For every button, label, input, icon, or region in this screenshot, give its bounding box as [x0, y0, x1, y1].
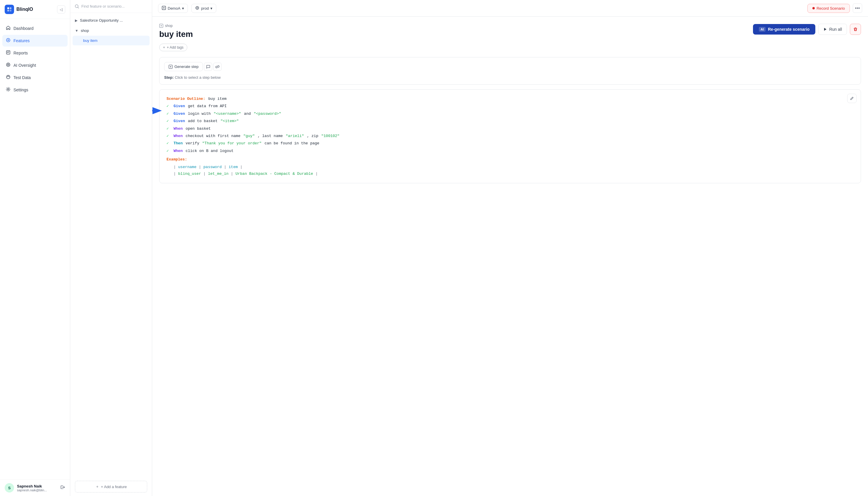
scenario-title: buy item	[159, 30, 193, 39]
scenario-title-block: shop buy item	[159, 24, 193, 39]
code-line-3[interactable]: ✓ Given add to basket "<item>"	[166, 118, 854, 124]
chevron-down-icon: ▾	[182, 6, 184, 11]
record-scenario-button[interactable]: Record Scenario	[807, 4, 850, 13]
test-data-icon	[6, 75, 11, 80]
sidebar-item-reports[interactable]: Reports	[2, 47, 68, 59]
main-content: DemoA ▾ prod ▾ Record Scenario •••	[152, 0, 868, 496]
generate-step-label: Generate step	[174, 64, 198, 69]
sidebar-item-test-data[interactable]: Test Data	[2, 72, 68, 83]
sidebar-item-label: AI Oversight	[14, 63, 36, 68]
code-line-1[interactable]: ✓ Given get data from API	[166, 103, 854, 109]
check-icon: ✓	[166, 118, 171, 124]
sidebar-item-dashboard[interactable]: Dashboard	[2, 22, 68, 34]
logo: BlinqIO	[5, 5, 33, 14]
add-icon: +	[163, 45, 165, 49]
sidebar-item-ai-oversight[interactable]: AI Oversight	[2, 59, 68, 71]
code-line-2[interactable]: ✓ Given login with "<username>" and "<pa…	[166, 110, 854, 117]
user-info: S Sapnesh Naik sapnesh.naik@blin...	[5, 483, 47, 493]
chevron-down-icon: ▼	[75, 29, 78, 33]
svg-rect-5	[6, 51, 10, 54]
run-all-label: Run all	[829, 27, 842, 32]
check-icon: ✓	[166, 133, 171, 139]
settings-icon	[6, 87, 11, 93]
scenario-actions: AI Re-generate scenario Run all	[753, 24, 861, 35]
svg-point-8	[6, 75, 10, 79]
delete-button[interactable]	[850, 24, 861, 35]
scenario-code-block: Scenario Outline: buy item ✓ Given get d…	[159, 89, 861, 183]
search-bar[interactable]: Find feature or scenario...	[70, 0, 152, 13]
run-all-button[interactable]: Run all	[818, 24, 847, 35]
chevron-down-icon: ▾	[210, 6, 212, 11]
demo-env-selector[interactable]: DemoA ▾	[158, 4, 188, 13]
svg-point-6	[6, 63, 10, 66]
blue-arrow	[152, 105, 164, 117]
code-line-5[interactable]: ✓ When checkout with first name "guy" , …	[166, 133, 854, 139]
feature-item-shop[interactable]: ▼ shop	[70, 26, 152, 36]
add-feature-button[interactable]: ＋ + Add a feature	[75, 481, 147, 493]
step-editor: Generate step Step: Click to select a st…	[159, 57, 861, 84]
demo-icon	[162, 6, 166, 11]
chat-icon-button[interactable]	[204, 63, 212, 71]
record-dot-icon	[813, 7, 815, 10]
feature-label: shop	[81, 28, 89, 33]
link-icon-button[interactable]	[213, 63, 222, 71]
feature-tree-panel: Find feature or scenario... ▶ Salesforce…	[70, 0, 152, 496]
sidebar-item-label: Test Data	[14, 75, 31, 80]
chevron-right-icon: ▶	[75, 18, 78, 22]
edit-code-button[interactable]	[847, 94, 856, 103]
svg-point-9	[7, 89, 9, 90]
svg-point-18	[170, 66, 171, 67]
plus-icon: ＋	[95, 484, 99, 489]
sidebar-item-settings[interactable]: Settings	[2, 84, 68, 96]
check-icon: ✓	[166, 125, 171, 132]
user-details: Sapnesh Naik sapnesh.naik@blin...	[17, 484, 47, 492]
code-line-7[interactable]: ✓ When click on B and logout	[166, 148, 854, 154]
collapse-sidebar-button[interactable]: ◁	[57, 5, 65, 14]
sidebar-item-features[interactable]: Features	[2, 35, 68, 47]
top-bar: DemoA ▾ prod ▾ Record Scenario •••	[152, 0, 868, 17]
check-icon: ✓	[166, 103, 171, 109]
table-header-row: | username | password | item |	[166, 164, 854, 170]
top-bar-left: DemoA ▾ prod ▾	[158, 4, 216, 13]
sidebar-item-label: Reports	[14, 51, 28, 55]
scenario-parent: shop	[159, 24, 193, 28]
home-icon	[6, 26, 11, 31]
sidebar: BlinqIO ◁ Dashboard Features Reports	[0, 0, 70, 496]
generate-step-button[interactable]: Generate step	[164, 62, 203, 71]
more-options-button[interactable]: •••	[853, 3, 862, 13]
step-toolbar: Generate step	[164, 62, 856, 71]
scenario-label: buy item	[83, 38, 97, 43]
svg-rect-1	[10, 7, 12, 9]
svg-point-7	[7, 64, 9, 66]
code-examples-label: Examples:	[166, 156, 854, 163]
user-email: sapnesh.naik@blin...	[17, 489, 47, 492]
regenerate-scenario-button[interactable]: AI Re-generate scenario	[753, 24, 815, 34]
demo-env-label: DemoA	[168, 6, 180, 11]
sidebar-item-label: Features	[14, 38, 30, 43]
feature-item-salesforce[interactable]: ▶ Salesforce Opportunity ...	[70, 15, 152, 26]
scenario-parent-label: shop	[165, 24, 173, 28]
svg-rect-3	[10, 10, 12, 12]
app-logo-icon	[5, 5, 14, 14]
svg-point-15	[161, 25, 162, 26]
search-placeholder: Find feature or scenario...	[81, 4, 125, 9]
sidebar-navigation: Dashboard Features Reports AI Oversight …	[0, 19, 70, 479]
prod-env-selector[interactable]: prod ▾	[191, 4, 216, 13]
prod-icon	[195, 6, 199, 11]
code-line-4[interactable]: ✓ When open basket	[166, 125, 854, 132]
svg-rect-0	[7, 7, 9, 9]
features-icon	[6, 38, 11, 44]
code-line-6[interactable]: ✓ Then verify "Thank you for your order"…	[166, 140, 854, 147]
sidebar-item-label: Dashboard	[14, 26, 34, 31]
svg-point-12	[163, 7, 164, 9]
logout-button[interactable]	[60, 484, 65, 491]
add-tags-button[interactable]: + + Add tags	[159, 44, 187, 51]
check-icon: ✓	[166, 140, 171, 147]
code-line-scenario: Scenario Outline: buy item	[166, 95, 854, 102]
sidebar-item-label: Settings	[14, 88, 28, 92]
add-tags-label: + Add tags	[167, 45, 183, 49]
svg-marker-16	[824, 28, 826, 31]
ellipsis-icon: •••	[855, 5, 860, 11]
user-name: Sapnesh Naik	[17, 484, 47, 489]
scenario-item-buy-item[interactable]: buy item	[73, 36, 149, 45]
